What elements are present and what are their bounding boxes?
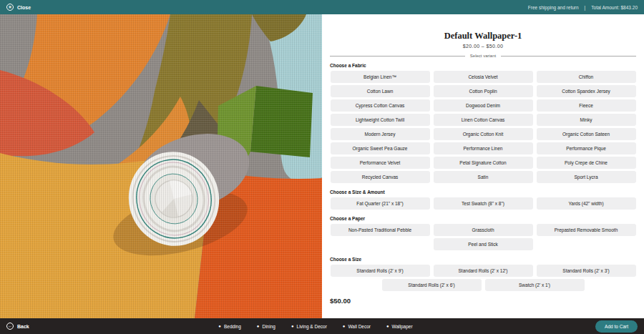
section-label-size-amount: Choose a Size & Amount bbox=[330, 190, 636, 195]
option-satin[interactable]: Satin bbox=[434, 171, 533, 183]
category-label: Bedding bbox=[224, 324, 241, 329]
back-button[interactable]: ← Back bbox=[6, 323, 29, 330]
product-image bbox=[0, 14, 322, 318]
option-organic-cotton-knit[interactable]: Organic Cotton Knit bbox=[434, 128, 533, 140]
option-linen-cotton-canvas[interactable]: Linen Cotton Canvas bbox=[434, 114, 533, 126]
category-label: Wallpaper bbox=[392, 324, 413, 329]
dot-icon: ● bbox=[218, 324, 221, 328]
shipping-note: Free shipping and return bbox=[528, 5, 579, 10]
option-modern-jersey[interactable]: Modern Jersey bbox=[331, 128, 430, 140]
option-swatch-2-x-1[interactable]: Swatch (2' x 1') bbox=[485, 279, 585, 291]
dot-icon: ● bbox=[257, 324, 260, 328]
option-lightweight-cotton-twill[interactable]: Lightweight Cotton Twill bbox=[331, 114, 430, 126]
wallpaper-roll-image bbox=[0, 14, 322, 318]
variant-divider: Select variant bbox=[330, 54, 636, 58]
close-button[interactable]: ✕ Close bbox=[6, 4, 31, 11]
divider-line bbox=[330, 56, 465, 57]
dot-icon: ● bbox=[291, 324, 294, 328]
dot-icon: ● bbox=[343, 324, 346, 328]
option-belgian-linen[interactable]: Belgian Linen™ bbox=[331, 71, 430, 83]
option-fleece[interactable]: Fleece bbox=[537, 99, 636, 112]
category-dining[interactable]: ●Dining bbox=[257, 324, 275, 329]
category-label: Living & Decor bbox=[297, 324, 327, 329]
size-amount-options: Fat Quarter (21" x 18")Test Swatch (8" x… bbox=[330, 197, 636, 210]
bottom-bar: ← Back ●Bedding●Dining●Living & Decor●Wa… bbox=[0, 318, 644, 334]
top-bar: ✕ Close Free shipping and return | Total… bbox=[0, 0, 644, 14]
divider-line bbox=[501, 56, 636, 57]
option-cypress-cotton-canvas[interactable]: Cypress Cotton Canvas bbox=[331, 99, 430, 112]
fabric-options: Belgian Linen™Celosia VelvetChiffonCotto… bbox=[330, 71, 636, 183]
option-peel-and-stick[interactable]: Peel and Stick bbox=[434, 238, 533, 250]
option-non-pasted-traditional-pebble[interactable]: Non-Pasted Traditional Pebble bbox=[331, 224, 430, 236]
page-title: Default Wallpaper-1 bbox=[330, 31, 636, 41]
option-cotton-poplin[interactable]: Cotton Poplin bbox=[434, 85, 533, 97]
option-petal-signature-cotton[interactable]: Petal Signature Cotton bbox=[434, 157, 533, 169]
product-options-panel: Default Wallpaper-1 $20.00 – $50.00 Sele… bbox=[322, 14, 644, 318]
option-standard-rolls-2-x-9[interactable]: Standard Rolls (2' x 9') bbox=[331, 265, 430, 277]
option-fat-quarter-21-x-18[interactable]: Fat Quarter (21" x 18") bbox=[331, 197, 430, 210]
category-label: Wall Decor bbox=[348, 324, 371, 329]
category-wallpaper[interactable]: ●Wallpaper bbox=[386, 324, 413, 329]
option-chiffon[interactable]: Chiffon bbox=[537, 71, 636, 83]
section-label-fabric: Choose a Fabric bbox=[330, 63, 636, 68]
option-prepasted-removable-smooth[interactable]: Prepasted Removable Smooth bbox=[537, 224, 636, 236]
option-grasscloth[interactable]: Grasscloth bbox=[434, 224, 533, 236]
option-dogwood-denim[interactable]: Dogwood Denim bbox=[434, 99, 533, 112]
close-icon: ✕ bbox=[6, 4, 14, 11]
section-label-paper: Choose a Paper bbox=[330, 216, 636, 221]
option-sport-lycra[interactable]: Sport Lycra bbox=[537, 171, 636, 183]
size-options: Standard Rolls (2' x 9')Standard Rolls (… bbox=[330, 265, 636, 291]
variant-hint-label: Select variant bbox=[470, 54, 496, 58]
option-recycled-canvas[interactable]: Recycled Canvas bbox=[331, 171, 430, 183]
back-label: Back bbox=[17, 324, 29, 329]
current-price: $50.00 bbox=[330, 297, 636, 305]
add-to-cart-button[interactable]: Add to Cart bbox=[595, 320, 638, 333]
topbar-separator: | bbox=[585, 5, 586, 10]
option-test-swatch-8-x-8[interactable]: Test Swatch (8" x 8") bbox=[434, 197, 533, 210]
paper-options: Non-Pasted Traditional PebbleGrassclothP… bbox=[330, 224, 636, 250]
option-cotton-spandex-jersey[interactable]: Cotton Spandex Jersey bbox=[537, 85, 636, 97]
option-yards-42-width[interactable]: Yards (42" width) bbox=[537, 197, 636, 210]
option-performance-pique[interactable]: Performance Pique bbox=[537, 142, 636, 154]
category-nav: ●Bedding●Dining●Living & Decor●Wall Deco… bbox=[218, 324, 412, 329]
close-label: Close bbox=[17, 5, 31, 10]
option-poly-crepe-de-chine[interactable]: Poly Crepe de Chine bbox=[537, 157, 636, 169]
option-standard-rolls-2-x-3[interactable]: Standard Rolls (2' x 3') bbox=[537, 265, 636, 277]
option-cotton-lawn[interactable]: Cotton Lawn bbox=[331, 85, 430, 97]
category-label: Dining bbox=[262, 324, 275, 329]
arrow-left-icon: ← bbox=[6, 323, 14, 330]
price-range: $20.00 – $50.00 bbox=[330, 44, 636, 49]
dot-icon: ● bbox=[386, 324, 389, 328]
option-standard-rolls-2-x-12[interactable]: Standard Rolls (2' x 12') bbox=[434, 265, 533, 277]
option-performance-linen[interactable]: Performance Linen bbox=[434, 142, 533, 154]
option-performance-velvet[interactable]: Performance Velvet bbox=[331, 157, 430, 169]
category-wall-decor[interactable]: ●Wall Decor bbox=[343, 324, 371, 329]
category-bedding[interactable]: ●Bedding bbox=[218, 324, 240, 329]
category-living-decor[interactable]: ●Living & Decor bbox=[291, 324, 327, 329]
option-organic-cotton-sateen[interactable]: Organic Cotton Sateen bbox=[537, 128, 636, 140]
total-amount: Total Amount: $843.20 bbox=[591, 5, 638, 10]
option-standard-rolls-2-x-6[interactable]: Standard Rolls (2' x 6') bbox=[382, 279, 482, 291]
section-label-size: Choose a Size bbox=[330, 257, 636, 262]
option-minky[interactable]: Minky bbox=[537, 114, 636, 126]
option-celosia-velvet[interactable]: Celosia Velvet bbox=[434, 71, 533, 83]
option-organic-sweet-pea-gauze[interactable]: Organic Sweet Pea Gauze bbox=[331, 142, 430, 154]
